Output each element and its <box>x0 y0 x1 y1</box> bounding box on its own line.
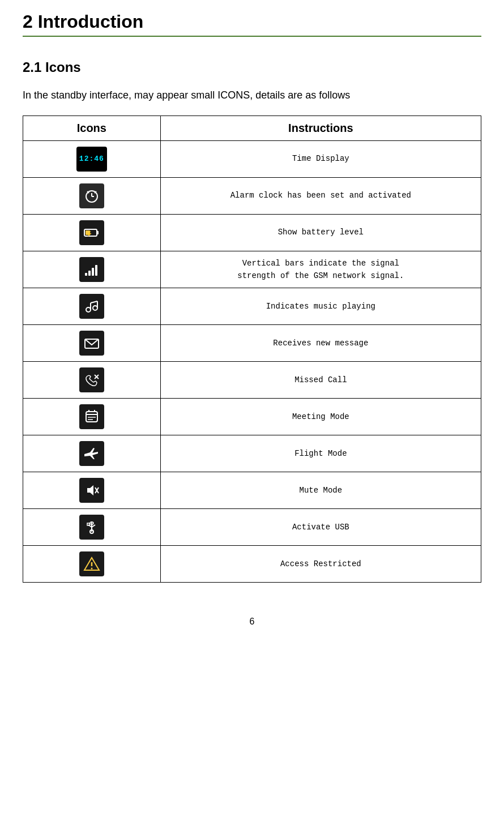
table-header-instructions: Instructions <box>160 116 481 140</box>
instruction-usb: Activate USB <box>160 509 481 546</box>
missed-call-icon <box>79 367 104 392</box>
table-row: Flight Mode <box>23 435 481 472</box>
instruction-signal: Vertical bars indicate the signalstrengt… <box>160 251 481 288</box>
instruction-battery: Show battery level <box>160 214 481 251</box>
alarm-icon <box>79 183 104 208</box>
svg-rect-12 <box>95 265 97 276</box>
instruction-message: Receives new message <box>160 325 481 362</box>
svg-point-37 <box>91 568 92 570</box>
table-row: Receives new message <box>23 325 481 362</box>
message-icon <box>79 331 104 356</box>
table-row: 12:46 Time Display <box>23 140 481 177</box>
usb-icon <box>79 515 104 540</box>
table-row: Indicates music playing <box>23 288 481 325</box>
table-row: Mute Mode <box>23 472 481 509</box>
table-header-icons: Icons <box>23 116 161 140</box>
table-row: ⚡ Show battery level <box>23 214 481 251</box>
svg-rect-9 <box>85 273 87 276</box>
meeting-mode-icon <box>79 404 104 429</box>
instruction-time: Time Display <box>160 140 481 177</box>
svg-rect-6 <box>97 231 99 234</box>
section-title: 2.1 Icons <box>23 59 481 75</box>
table-row: Access Restricted <box>23 546 481 583</box>
battery-icon: ⚡ <box>79 220 104 245</box>
table-row: Missed Call <box>23 362 481 399</box>
svg-rect-21 <box>86 412 97 422</box>
time-display-icon: 12:46 <box>76 147 107 172</box>
instruction-meeting: Meeting Mode <box>160 399 481 435</box>
signal-icon <box>79 257 104 282</box>
instruction-restricted: Access Restricted <box>160 546 481 583</box>
table-row: Alarm clock has been set and activated <box>23 177 481 214</box>
table-row: Vertical bars indicate the signalstrengt… <box>23 251 481 288</box>
svg-point-13 <box>86 307 91 312</box>
instruction-flight: Flight Mode <box>160 435 481 472</box>
svg-rect-32 <box>87 523 89 525</box>
instruction-missed-call: Missed Call <box>160 362 481 399</box>
instruction-alarm: Alarm clock has been set and activated <box>160 177 481 214</box>
svg-line-17 <box>91 301 97 303</box>
mute-mode-icon <box>79 478 104 503</box>
instruction-mute: Mute Mode <box>160 472 481 509</box>
page-number: 6 <box>23 617 481 627</box>
svg-point-14 <box>93 306 97 310</box>
svg-rect-11 <box>92 268 94 276</box>
table-row: Meeting Mode <box>23 399 481 435</box>
svg-rect-10 <box>88 271 91 276</box>
intro-paragraph: In the standby interface, may appear sma… <box>23 87 481 104</box>
table-row: Activate USB <box>23 509 481 546</box>
flight-mode-icon <box>79 441 104 466</box>
page-title: 2 Introduction <box>23 11 481 37</box>
access-restricted-icon <box>79 551 104 576</box>
svg-text:⚡: ⚡ <box>86 230 93 237</box>
music-icon <box>79 294 104 319</box>
instruction-music: Indicates music playing <box>160 288 481 325</box>
icons-table: Icons Instructions 12:46 Time Display <box>23 116 481 583</box>
